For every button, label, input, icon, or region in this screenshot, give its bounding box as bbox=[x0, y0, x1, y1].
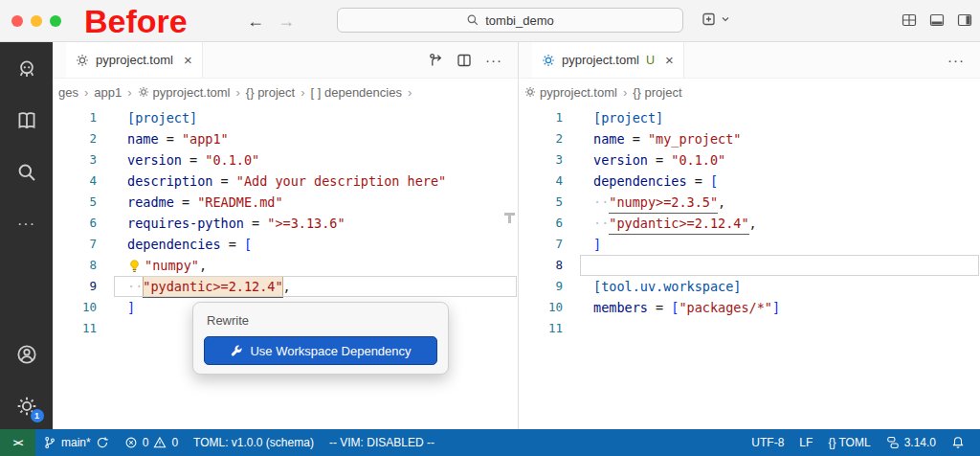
breadcrumb-item[interactable]: {} project bbox=[244, 85, 297, 100]
toml-schema-item[interactable]: TOML: v1.0.0 (schema) bbox=[186, 429, 322, 456]
more-actions-icon[interactable]: ··· bbox=[947, 56, 965, 65]
line-number[interactable]: 3 bbox=[519, 149, 563, 171]
line-number[interactable]: 2 bbox=[519, 128, 563, 149]
use-workspace-dependency-button[interactable]: Use Workspace Dependency bbox=[204, 336, 437, 365]
code-line[interactable]: 9[tool.uv.workspace] bbox=[519, 276, 980, 297]
git-branch-item[interactable]: main* bbox=[35, 429, 117, 456]
code-token: "README.md" bbox=[197, 192, 282, 213]
tombi-extension-icon[interactable] bbox=[15, 57, 38, 80]
line-number[interactable]: 7 bbox=[53, 234, 97, 255]
code-line[interactable]: 2name = "my_project" bbox=[519, 128, 980, 149]
breadcrumb-item[interactable]: pyproject.toml bbox=[523, 85, 619, 100]
code-line[interactable]: 11 bbox=[519, 318, 980, 339]
code-line[interactable]: 5··"numpy>=2.3.5", bbox=[519, 192, 980, 213]
encoding-label: UTF-8 bbox=[751, 436, 784, 449]
line-number[interactable]: 6 bbox=[53, 213, 97, 234]
breadcrumb-item[interactable]: ges bbox=[56, 85, 80, 100]
line-number[interactable]: 7 bbox=[519, 234, 563, 255]
eol-label: LF bbox=[799, 436, 813, 449]
more-views-icon[interactable]: ··· bbox=[15, 213, 38, 236]
code-line[interactable]: 1[project] bbox=[519, 107, 980, 128]
breadcrumb-item[interactable]: {} project bbox=[631, 85, 683, 100]
line-number[interactable]: 10 bbox=[53, 297, 97, 318]
code-line[interactable]: 7] bbox=[519, 234, 980, 255]
code-line[interactable]: 3version = "0.1.0" bbox=[519, 149, 980, 171]
code-token: "my_project" bbox=[648, 128, 742, 149]
code-line[interactable]: 6··"pydantic>=2.12.4", bbox=[519, 213, 980, 234]
maximize-window-button[interactable] bbox=[50, 15, 61, 27]
line-number[interactable]: 1 bbox=[519, 107, 563, 128]
back-button[interactable]: ← bbox=[247, 11, 264, 32]
line-number[interactable]: 3 bbox=[53, 149, 97, 171]
line-number[interactable]: 8 bbox=[53, 255, 97, 276]
close-icon[interactable]: × bbox=[184, 52, 192, 68]
breadcrumb-item[interactable]: [ ] dependencies bbox=[309, 85, 404, 100]
line-number[interactable]: 11 bbox=[53, 318, 97, 339]
line-number[interactable]: 10 bbox=[519, 297, 563, 318]
line-number[interactable]: 5 bbox=[53, 192, 97, 213]
line-number[interactable]: 6 bbox=[519, 213, 563, 234]
code-line[interactable]: 1[project] bbox=[53, 107, 518, 128]
line-number[interactable]: 2 bbox=[53, 128, 97, 149]
close-icon[interactable]: × bbox=[665, 52, 674, 68]
tab-pyproject-right[interactable]: pyproject.toml U × bbox=[532, 42, 684, 78]
breadcrumb-separator: › bbox=[82, 85, 90, 100]
code-action-group-title: Rewrite bbox=[207, 313, 437, 328]
lightbulb-icon[interactable] bbox=[127, 259, 142, 273]
code-line[interactable]: 4dependencies = [ bbox=[519, 171, 980, 192]
breadcrumb-separator: › bbox=[234, 85, 242, 100]
code-line[interactable]: 10members = ["packages/*"] bbox=[519, 297, 980, 318]
breadcrumb-item[interactable]: app1 bbox=[92, 85, 123, 100]
line-number[interactable]: 4 bbox=[53, 171, 97, 192]
search-icon bbox=[466, 13, 479, 27]
line-number[interactable]: 11 bbox=[519, 318, 563, 339]
code-editor-left[interactable]: 1[project]2name = "app1"3version = "0.1.… bbox=[53, 105, 518, 429]
close-window-button[interactable] bbox=[11, 15, 23, 27]
search-icon[interactable] bbox=[15, 161, 38, 184]
git-status-untracked: U bbox=[646, 54, 655, 67]
line-number[interactable]: 9 bbox=[53, 276, 97, 297]
code-line[interactable]: 8"numpy", bbox=[53, 255, 518, 276]
python-version-item[interactable]: 3.14.0 bbox=[879, 429, 944, 456]
new-window-control[interactable] bbox=[702, 11, 731, 27]
line-content: name = "app1" bbox=[127, 128, 229, 149]
more-actions-icon[interactable]: ··· bbox=[485, 56, 502, 65]
code-line[interactable]: 8 bbox=[519, 255, 980, 276]
customize-layout-icon[interactable] bbox=[902, 12, 917, 28]
docs-book-icon[interactable] bbox=[15, 109, 38, 132]
toggle-secondary-sidebar-icon[interactable] bbox=[957, 12, 972, 28]
code-line[interactable]: 4description = "Add your description her… bbox=[53, 171, 518, 192]
minimize-window-button[interactable] bbox=[31, 15, 42, 27]
line-number[interactable]: 8 bbox=[519, 255, 563, 276]
compare-changes-icon[interactable] bbox=[428, 53, 443, 68]
code-token: "0.1.0" bbox=[205, 149, 259, 171]
language-mode-item[interactable]: {} TOML bbox=[820, 429, 878, 456]
code-line[interactable]: 9··"pydantic>=2.12.4", bbox=[53, 276, 518, 297]
command-center-search[interactable]: tombi_demo bbox=[337, 8, 683, 33]
code-line[interactable]: 6requires-python = ">=3.13.6" bbox=[53, 213, 518, 234]
code-editor-right[interactable]: 1[project]2name = "my_project"3version =… bbox=[519, 105, 980, 429]
problems-item[interactable]: 0 0 bbox=[117, 429, 186, 456]
remote-indicator[interactable]: >< bbox=[0, 429, 35, 456]
line-number[interactable]: 5 bbox=[519, 192, 563, 213]
line-number[interactable]: 1 bbox=[53, 107, 97, 128]
vim-status-item[interactable]: -- VIM: DISABLED -- bbox=[322, 429, 442, 456]
toggle-panel-icon[interactable] bbox=[929, 12, 945, 28]
notifications-item[interactable] bbox=[944, 429, 972, 456]
code-line[interactable]: 3version = "0.1.0" bbox=[53, 149, 518, 171]
code-token: dependencies bbox=[593, 171, 687, 192]
code-line[interactable]: 2name = "app1" bbox=[53, 128, 518, 149]
tab-pyproject-left[interactable]: pyproject.toml × bbox=[66, 42, 203, 78]
forward-button[interactable]: → bbox=[278, 11, 295, 32]
eol-item[interactable]: LF bbox=[791, 429, 820, 456]
line-number[interactable]: 4 bbox=[519, 171, 563, 192]
code-line[interactable]: 5readme = "README.md" bbox=[53, 192, 518, 213]
line-number[interactable]: 9 bbox=[519, 276, 563, 297]
breadcrumb-item[interactable]: pyproject.toml bbox=[136, 85, 233, 100]
settings-gear-icon[interactable]: 1 bbox=[15, 395, 38, 418]
chevron-down-icon bbox=[720, 13, 731, 25]
split-editor-icon[interactable] bbox=[457, 53, 472, 68]
account-icon[interactable] bbox=[15, 343, 38, 366]
encoding-item[interactable]: UTF-8 bbox=[744, 429, 791, 456]
code-line[interactable]: 7dependencies = [ bbox=[53, 234, 518, 255]
